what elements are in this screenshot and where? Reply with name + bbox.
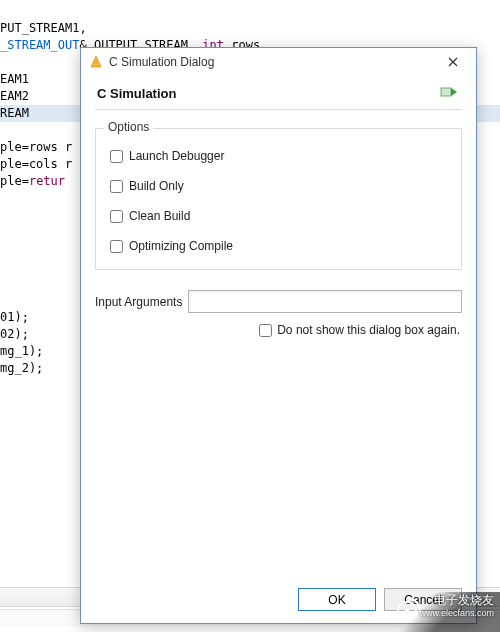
options-legend: Options bbox=[104, 120, 153, 134]
option-build-only[interactable]: Build Only bbox=[110, 179, 449, 193]
dialog-heading: C Simulation bbox=[95, 80, 462, 105]
dialog-titlebar: C Simulation Dialog bbox=[81, 48, 476, 76]
input-arguments-field[interactable] bbox=[188, 290, 462, 313]
option-launch-debugger[interactable]: Launch Debugger bbox=[110, 149, 449, 163]
checkbox-build-only[interactable] bbox=[110, 180, 123, 193]
option-label: Clean Build bbox=[129, 209, 190, 223]
run-flag-icon bbox=[440, 87, 458, 104]
cancel-button[interactable]: Cancel bbox=[384, 588, 462, 611]
app-icon bbox=[89, 55, 103, 69]
option-label: Build Only bbox=[129, 179, 184, 193]
dont-show-row[interactable]: Do not show this dialog box again. bbox=[95, 323, 460, 337]
close-button[interactable] bbox=[436, 51, 470, 73]
dialog-button-bar: OK Cancel bbox=[298, 588, 462, 611]
checkbox-optimizing-compile[interactable] bbox=[110, 240, 123, 253]
checkbox-clean-build[interactable] bbox=[110, 210, 123, 223]
option-label: Optimizing Compile bbox=[129, 239, 233, 253]
input-arguments-row: Input Arguments bbox=[95, 290, 462, 313]
separator bbox=[95, 109, 462, 110]
option-label: Launch Debugger bbox=[129, 149, 224, 163]
close-icon bbox=[448, 57, 458, 67]
option-optimizing-compile[interactable]: Optimizing Compile bbox=[110, 239, 449, 253]
ok-button[interactable]: OK bbox=[298, 588, 376, 611]
dont-show-label: Do not show this dialog box again. bbox=[277, 323, 460, 337]
checkbox-launch-debugger[interactable] bbox=[110, 150, 123, 163]
svg-rect-0 bbox=[441, 88, 451, 96]
options-group: Options Launch Debugger Build Only Clean… bbox=[95, 128, 462, 270]
c-simulation-dialog: C Simulation Dialog C Simulation Options… bbox=[80, 47, 477, 624]
input-arguments-label: Input Arguments bbox=[95, 295, 182, 309]
dialog-title: C Simulation Dialog bbox=[109, 55, 436, 69]
checkbox-dont-show[interactable] bbox=[259, 324, 272, 337]
option-clean-build[interactable]: Clean Build bbox=[110, 209, 449, 223]
